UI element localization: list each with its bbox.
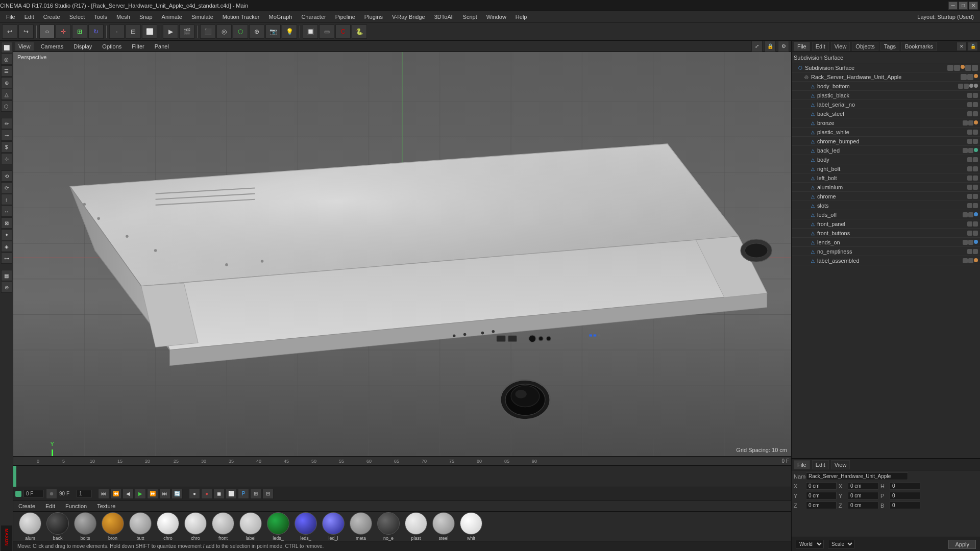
left-select-btn-3[interactable]: ↕ [1,194,12,205]
edges-button[interactable]: ⊟ [126,24,141,39]
nurbs-button[interactable]: ⬡ [233,24,248,39]
menu-tools[interactable]: Tools [90,13,111,21]
menu-create[interactable]: Create [39,13,64,21]
viewport-tab-display[interactable]: Display [70,42,95,51]
material-label[interactable]: label [238,512,263,541]
material-led-l[interactable]: led_l [321,512,346,541]
go-end-button[interactable]: ⏭ [159,489,170,499]
left-select-btn-5[interactable]: ⊠ [1,217,12,229]
motion-p-button[interactable]: P [238,489,249,499]
menu-file[interactable]: File [2,13,19,21]
sphere-button[interactable]: ◎ [216,24,232,39]
left-bottom-btn-1[interactable]: ▦ [1,270,12,281]
obj-row-no-emptiness[interactable]: △ no_emptiness [792,247,980,256]
viewport-settings-button[interactable]: ⚙ [778,41,789,52]
obj-row-chrome-bumped[interactable]: △ chrome_bumped [792,137,980,146]
snap-button[interactable]: 🔲 [303,24,318,39]
attr-z-pos-input[interactable] [806,502,837,509]
attr-h-input[interactable] [890,482,920,490]
scale-button[interactable]: ⊞ [72,24,87,39]
render-button[interactable]: 🎬 [179,24,194,39]
material-alum[interactable]: alum [17,512,43,541]
left-mode-btn-5[interactable]: △ [1,89,12,100]
menu-window[interactable]: Window [482,13,510,21]
floor-button[interactable]: ▭ [319,24,334,39]
record-mode-button[interactable]: ● [189,489,200,499]
attr-tab-view[interactable]: View [831,460,850,469]
obj-row-aluminium[interactable]: △ aluminium [792,183,980,192]
left-select-btn-8[interactable]: ⊶ [1,253,12,264]
obj-row-body[interactable]: △ body [792,155,980,164]
viewport-tab-filter[interactable]: Filter [129,42,147,51]
points-button[interactable]: · [109,24,125,39]
left-bottom-btn-2[interactable]: ⊛ [1,282,12,293]
obj-manager-close-btn[interactable]: ✕ [957,42,967,51]
obj-row-right-bolt[interactable]: △ right_bolt [792,164,980,173]
obj-row-label-assembled[interactable]: △ label_assembled [792,256,980,265]
obj-row-lends-on[interactable]: △ lends_on [792,238,980,247]
polygons-button[interactable]: ⬜ [142,24,157,39]
panel-tab-file[interactable]: File [794,42,810,51]
material-leds-off[interactable]: leds_ [265,512,291,541]
attr-z-rot-input[interactable] [848,502,878,509]
menu-plugins[interactable]: Plugins [360,13,387,21]
material-bron[interactable]: bron [100,512,126,541]
record-mode2-button[interactable]: ● [201,489,212,499]
attr-name-input[interactable] [806,472,908,480]
panel-tab-objects[interactable]: Objects [852,42,878,51]
mat-menu-function[interactable]: Function [62,502,90,510]
render-view-button[interactable]: ▶ [163,24,178,39]
panel-tab-tags[interactable]: Tags [880,42,899,51]
material-chro2[interactable]: chro [183,512,208,541]
menu-select[interactable]: Select [65,13,89,21]
menu-vraybridge[interactable]: V-Ray Bridge [388,13,429,21]
obj-row-chrome[interactable]: △ chrome [792,192,980,201]
panel-tab-bookmarks[interactable]: Bookmarks [901,42,937,51]
rotate-button[interactable]: ↻ [88,24,104,39]
material-back[interactable]: back [45,512,70,541]
obj-row-left-bolt[interactable]: △ left_bolt [792,173,980,183]
motion-key-button[interactable]: ⬜ [226,489,237,499]
material-no-e[interactable]: no_e [376,512,401,541]
camera-button[interactable]: 📷 [265,24,281,39]
step-back-button[interactable]: ⏪ [110,489,121,499]
obj-row-rack-group[interactable]: ◎ Rack_Server_Hardware_Unit_Apple [792,72,980,82]
obj-row-plastic-black[interactable]: △ plastic_black [792,91,980,100]
material-chro1[interactable]: chro [155,512,181,541]
menu-edit[interactable]: Edit [20,13,38,21]
left-mode-btn-4[interactable]: ⊕ [1,77,12,88]
attr-b-input[interactable] [890,502,920,509]
menu-script[interactable]: Script [459,13,481,21]
obj-row-label-serial[interactable]: △ label_serial_no [792,100,980,109]
menu-mesh[interactable]: Mesh [112,13,134,21]
left-select-btn-1[interactable]: ⟲ [1,170,12,182]
py-button[interactable]: 🐍 [352,24,367,39]
menu-motiontracker[interactable]: Motion Tracker [218,13,264,21]
left-tool-btn-2[interactable]: ⊸ [1,130,12,141]
go-start-button[interactable]: ⏮ [98,489,109,499]
attr-x-pos-input[interactable] [806,482,837,490]
timeline-start-input[interactable] [23,490,44,497]
cinema-button[interactable]: C [335,24,351,39]
obj-row-back-led[interactable]: △ back_led [792,146,980,155]
deformer-button[interactable]: ⊕ [249,24,264,39]
left-tool-btn-3[interactable]: $ [1,141,12,153]
material-whit[interactable]: whit [458,512,484,541]
left-select-btn-4[interactable]: ↔ [1,206,12,217]
obj-row-bronze[interactable]: △ bronze [792,118,980,128]
obj-row-front-buttons[interactable]: △ front_buttons [792,229,980,238]
record-button[interactable]: ⏺ [46,489,57,499]
cube-button[interactable]: ⬛ [200,24,215,39]
material-leds-on[interactable]: leds_ [293,512,318,541]
left-mode-btn-6[interactable]: ⬡ [1,101,12,112]
left-mode-btn-1[interactable]: ⬜ [1,42,12,53]
obj-row-leds-off[interactable]: △ leds_off [792,210,980,219]
obj-row-slots[interactable]: △ slots [792,201,980,210]
scale-system-select[interactable]: Scale [828,540,854,548]
panel-tab-view[interactable]: View [831,42,850,51]
material-steel[interactable]: steel [431,512,456,541]
play-back-button[interactable]: ◀ [122,489,134,499]
menu-character[interactable]: Character [297,13,330,21]
motion-grid-button[interactable]: ⊞ [250,489,261,499]
undo-button[interactable]: ↩ [2,24,17,39]
